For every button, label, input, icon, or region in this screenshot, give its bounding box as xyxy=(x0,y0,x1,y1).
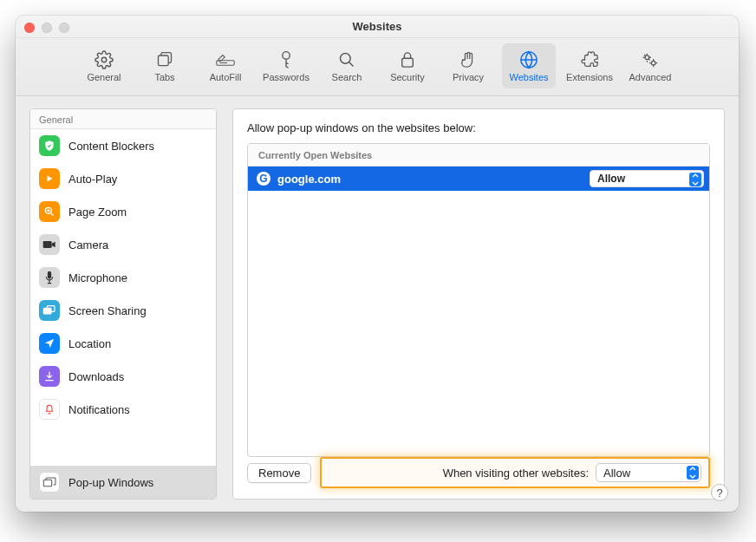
sidebar-item-content-blockers[interactable]: Content Blockers xyxy=(30,129,216,162)
sidebar-item-label: Content Blockers xyxy=(68,140,154,153)
svg-rect-10 xyxy=(43,241,52,248)
tab-general[interactable]: General xyxy=(77,43,131,88)
sidebar-item-downloads[interactable]: Downloads xyxy=(30,360,216,393)
list-section-header: Currently Open Websites xyxy=(248,144,709,167)
sidebar-item-label: Pop-up Windows xyxy=(68,476,153,489)
svg-rect-14 xyxy=(43,480,51,486)
help-button[interactable]: ? xyxy=(711,484,728,501)
main-footer: Remove When visiting other websites: All… xyxy=(247,457,710,488)
website-domain-label: google.com xyxy=(277,173,590,186)
sidebar-item-label: Camera xyxy=(68,238,108,251)
sidebar-item-label: Screen Sharing xyxy=(68,304,147,317)
sidebar-item-screen-sharing[interactable]: Screen Sharing xyxy=(30,294,216,327)
tab-label: AutoFill xyxy=(210,72,242,82)
sidebar-item-label: Downloads xyxy=(68,370,124,383)
tab-label: Websites xyxy=(509,72,548,82)
svg-rect-5 xyxy=(402,58,414,67)
svg-point-7 xyxy=(645,55,649,59)
zoom-window-button[interactable] xyxy=(59,23,69,33)
window-controls xyxy=(24,23,69,33)
sidebar: General Content Blockers Auto-Play Page … xyxy=(29,108,217,500)
tab-tabs[interactable]: Tabs xyxy=(138,43,192,88)
tab-label: General xyxy=(87,72,121,82)
gears-icon xyxy=(641,50,660,69)
select-stepper-icon xyxy=(687,466,699,480)
zoom-icon xyxy=(39,201,60,222)
sidebar-item-page-zoom[interactable]: Page Zoom xyxy=(30,195,216,228)
tabs-icon xyxy=(155,50,174,69)
tab-label: Privacy xyxy=(453,72,484,82)
tab-label: Tabs xyxy=(154,72,174,82)
google-favicon-icon: G xyxy=(257,172,270,186)
content-area: General Content Blockers Auto-Play Page … xyxy=(16,96,739,512)
tab-label: Advanced xyxy=(629,72,672,82)
sidebar-item-popup-windows[interactable]: Pop-up Windows xyxy=(30,466,216,499)
camera-icon xyxy=(39,234,60,255)
download-icon xyxy=(39,366,60,387)
sidebar-item-label: Page Zoom xyxy=(68,206,127,219)
tab-security[interactable]: Security xyxy=(381,43,434,88)
tab-label: Search xyxy=(332,72,362,82)
preferences-window: Websites General Tabs AutoFill Passwords xyxy=(16,16,739,512)
website-row[interactable]: G google.com Allow xyxy=(248,167,709,191)
tab-label: Extensions xyxy=(566,72,613,82)
svg-rect-11 xyxy=(48,271,51,279)
main-heading: Allow pop-up windows on the websites bel… xyxy=(247,121,710,134)
search-icon xyxy=(337,50,356,69)
window-title: Websites xyxy=(353,20,402,33)
other-websites-select[interactable]: Allow xyxy=(596,463,701,482)
play-icon xyxy=(39,168,60,189)
help-glyph: ? xyxy=(716,486,722,500)
close-window-button[interactable] xyxy=(24,23,35,33)
pref-toolbar: General Tabs AutoFill Passwords Search xyxy=(16,38,739,96)
sidebar-item-notifications[interactable]: Notifications xyxy=(30,393,216,426)
select-value: Allow xyxy=(597,173,625,185)
svg-point-4 xyxy=(341,53,351,63)
tab-privacy[interactable]: Privacy xyxy=(441,43,495,88)
screens-icon xyxy=(39,300,60,321)
bell-icon xyxy=(39,399,60,420)
main-pane: Allow pop-up windows on the websites bel… xyxy=(232,108,725,500)
tab-search[interactable]: Search xyxy=(320,43,374,88)
shield-check-icon xyxy=(39,135,60,156)
window-stack-icon xyxy=(39,472,60,493)
other-websites-label: When visiting other websites: xyxy=(443,467,589,480)
sidebar-item-label: Auto-Play xyxy=(68,173,117,186)
pencil-field-icon xyxy=(216,50,235,69)
tab-label: Passwords xyxy=(263,72,310,82)
titlebar: Websites xyxy=(16,16,739,38)
tab-autofill[interactable]: AutoFill xyxy=(199,43,252,88)
select-value: Allow xyxy=(603,467,630,480)
remove-button[interactable]: Remove xyxy=(247,463,311,483)
lock-icon xyxy=(398,50,417,69)
location-arrow-icon xyxy=(39,333,60,354)
gear-icon xyxy=(94,50,114,69)
sidebar-item-location[interactable]: Location xyxy=(30,327,216,360)
tab-passwords[interactable]: Passwords xyxy=(259,43,313,88)
globe-icon xyxy=(519,50,538,69)
microphone-icon xyxy=(39,267,60,288)
hand-icon xyxy=(459,50,478,69)
tab-extensions[interactable]: Extensions xyxy=(563,43,616,88)
minimize-window-button[interactable] xyxy=(42,23,52,33)
tab-label: Security xyxy=(390,72,425,82)
tab-websites[interactable]: Websites xyxy=(502,43,556,88)
sidebar-item-camera[interactable]: Camera xyxy=(30,228,216,261)
sidebar-item-auto-play[interactable]: Auto-Play xyxy=(30,162,216,195)
select-stepper-icon xyxy=(689,173,701,186)
sidebar-item-label: Microphone xyxy=(68,271,127,284)
key-icon xyxy=(277,50,296,69)
sidebar-item-label: Location xyxy=(68,337,111,350)
sidebar-item-microphone[interactable]: Microphone xyxy=(30,261,216,294)
svg-point-0 xyxy=(101,57,107,62)
svg-point-8 xyxy=(651,61,655,65)
website-row-setting-select[interactable]: Allow xyxy=(590,170,704,187)
tab-advanced[interactable]: Advanced xyxy=(623,43,677,88)
sidebar-item-label: Notifications xyxy=(68,403,130,416)
svg-rect-1 xyxy=(159,56,169,66)
svg-point-3 xyxy=(283,51,290,58)
sidebar-section-header: General xyxy=(30,109,216,129)
other-websites-highlight: When visiting other websites: Allow xyxy=(320,457,710,488)
puzzle-icon xyxy=(580,50,599,69)
websites-listbox: Currently Open Websites G google.com All… xyxy=(247,143,710,457)
